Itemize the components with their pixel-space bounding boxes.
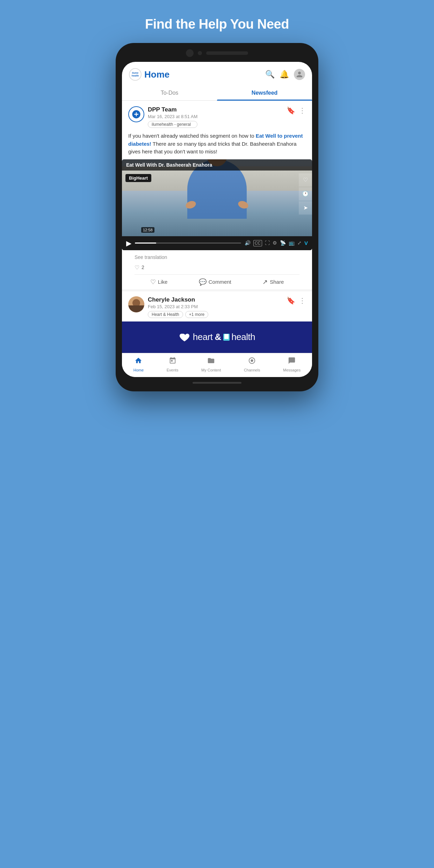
likes-count: 2 bbox=[142, 265, 144, 270]
video-title-bar: Eat Well With Dr. Basheerah Enahora bbox=[122, 159, 312, 171]
likes-heart-icon: ♡ bbox=[135, 264, 139, 271]
phone-speaker bbox=[206, 51, 248, 55]
page-headline: Find the Help You Need bbox=[137, 0, 297, 43]
heart-health-text-right: health bbox=[231, 332, 255, 342]
cast-icon[interactable]: 📡 bbox=[280, 240, 286, 246]
comment-label: Comment bbox=[209, 279, 231, 285]
video-ctrl-icons: 🔊 CC ⛶ ⚙ 📡 📺 ⤢ V bbox=[245, 240, 308, 246]
video-clock-btn[interactable]: 🕐 bbox=[299, 187, 312, 201]
post-1-tag: ilumehealth - general bbox=[148, 121, 197, 128]
play-button[interactable]: ▶ bbox=[126, 239, 131, 247]
my-content-icon bbox=[207, 357, 215, 367]
messages-icon bbox=[288, 357, 296, 367]
post-1-header: DPP Team Mar 16, 2023 at 8:51 AM ilumehe… bbox=[128, 106, 306, 128]
channels-icon bbox=[248, 357, 256, 367]
phone-camera bbox=[186, 49, 194, 57]
post-2-left: Cheryle Jackson Feb 15, 2023 at 2:33 PM … bbox=[128, 296, 208, 318]
post-1: DPP Team Mar 16, 2023 at 8:51 AM ilumehe… bbox=[122, 101, 312, 289]
more-options-button[interactable]: ⋮ bbox=[299, 106, 306, 115]
video-title-text: Eat Well With Dr. Basheerah Enahora bbox=[126, 162, 212, 168]
post-1-text: If you haven't already watched this segm… bbox=[128, 132, 306, 156]
post-1-meta: DPP Team Mar 16, 2023 at 8:51 AM ilumehe… bbox=[148, 106, 197, 128]
vimeo-icon: V bbox=[304, 240, 308, 246]
post-2-tag-more[interactable]: +1 more bbox=[185, 311, 208, 318]
phone-screen: ilumehealth Home 🔍 🔔 To-Dos Newsfeed bbox=[122, 62, 312, 377]
nav-events[interactable]: Events bbox=[167, 357, 179, 372]
volume-icon[interactable]: 🔊 bbox=[245, 240, 251, 246]
video-progress-bar[interactable] bbox=[135, 243, 241, 244]
likes-row: ♡ 2 bbox=[128, 262, 306, 274]
home-icon bbox=[135, 357, 142, 367]
bell-icon[interactable]: 🔔 bbox=[280, 70, 289, 79]
bookmark-button[interactable]: 🔖 bbox=[287, 106, 295, 115]
post-2-header: Cheryle Jackson Feb 15, 2023 at 2:33 PM … bbox=[128, 296, 306, 318]
comment-icon: 💬 bbox=[199, 278, 207, 286]
share-action[interactable]: ↗ Share bbox=[262, 278, 284, 286]
fullscreen-icon[interactable]: ⛶ bbox=[265, 240, 270, 246]
video-like-btn[interactable]: ♡ bbox=[299, 173, 312, 187]
tab-newsfeed[interactable]: Newsfeed bbox=[217, 86, 312, 100]
video-thumbnail bbox=[122, 159, 312, 236]
heart-health-text-left: heart bbox=[193, 332, 213, 342]
video-progress-fill bbox=[135, 243, 156, 244]
nav-messages[interactable]: Messages bbox=[283, 357, 301, 372]
heart-health-accent bbox=[223, 334, 230, 341]
post-2-meta: Cheryle Jackson Feb 15, 2023 at 2:33 PM … bbox=[148, 296, 208, 318]
post-2-tag-1: Heart & Health bbox=[148, 311, 183, 318]
nav-channels-label: Channels bbox=[244, 368, 260, 372]
phone-frame: ilumehealth Home 🔍 🔔 To-Dos Newsfeed bbox=[116, 43, 318, 391]
tabs-bar: To-Dos Newsfeed bbox=[122, 86, 312, 101]
tab-todos[interactable]: To-Dos bbox=[122, 86, 217, 100]
app-logo: ilumehealth bbox=[129, 68, 142, 81]
search-icon[interactable]: 🔍 bbox=[265, 70, 275, 79]
post-2-date: Feb 15, 2023 at 2:33 PM bbox=[148, 304, 208, 309]
nav-my-content-label: My Content bbox=[201, 368, 221, 372]
video-timestamp: 12:58 bbox=[141, 227, 154, 233]
post-2-author-name: Cheryle Jackson bbox=[148, 296, 195, 303]
settings-icon[interactable]: ⚙ bbox=[273, 240, 277, 246]
phone-bottom-bar bbox=[122, 382, 312, 384]
comment-action[interactable]: 💬 Comment bbox=[199, 278, 231, 286]
video-badge: BigHeart bbox=[125, 174, 151, 182]
video-side-actions: ♡ 🕐 ➤ bbox=[299, 173, 312, 215]
app-title: Home bbox=[144, 69, 169, 80]
header-left: ilumehealth Home bbox=[129, 68, 169, 81]
phone-notch bbox=[122, 49, 312, 57]
expand-icon[interactable]: ⤢ bbox=[297, 240, 302, 246]
user-avatar-icon[interactable] bbox=[294, 69, 305, 80]
post-1-author-name: DPP Team bbox=[148, 106, 197, 113]
post-2-tags: Heart & Health +1 more bbox=[148, 311, 208, 318]
post-2-more-options-button[interactable]: ⋮ bbox=[299, 296, 306, 305]
events-icon bbox=[169, 357, 176, 367]
video-player[interactable]: Eat Well With Dr. Basheerah Enahora ♡ 🕐 … bbox=[122, 159, 312, 250]
heart-health-ampersand: & bbox=[215, 332, 222, 342]
post-2-bookmark-button[interactable]: 🔖 bbox=[287, 296, 295, 305]
post-2: Cheryle Jackson Feb 15, 2023 at 2:33 PM … bbox=[122, 289, 312, 353]
cheryle-avatar bbox=[128, 296, 144, 312]
svg-rect-0 bbox=[224, 334, 229, 339]
nav-home-label: Home bbox=[133, 368, 144, 372]
share-label: Share bbox=[270, 279, 284, 285]
nav-channels[interactable]: Channels bbox=[244, 357, 260, 372]
post-text-prefix: If you haven't already watched this segm… bbox=[128, 133, 256, 139]
nav-events-label: Events bbox=[167, 368, 179, 372]
post-2-actions-right: 🔖 ⋮ bbox=[287, 296, 306, 305]
phone-home-indicator bbox=[193, 382, 241, 384]
caption-icon[interactable]: CC bbox=[253, 240, 262, 246]
header-icons: 🔍 🔔 bbox=[265, 69, 305, 80]
pip-icon[interactable]: 📺 bbox=[289, 240, 295, 246]
post-text-suffix: There are so many tips and tricks that D… bbox=[128, 141, 297, 155]
bottom-nav: Home Events My Content bbox=[122, 353, 312, 377]
like-label: Like bbox=[158, 279, 168, 285]
phone-sensor bbox=[198, 51, 202, 55]
video-send-btn[interactable]: ➤ bbox=[299, 201, 312, 215]
like-action[interactable]: ♡ Like bbox=[150, 278, 168, 286]
dpp-team-avatar bbox=[128, 106, 144, 122]
nav-my-content[interactable]: My Content bbox=[201, 357, 221, 372]
nav-home[interactable]: Home bbox=[133, 357, 144, 372]
see-translation-link[interactable]: See translation bbox=[128, 250, 306, 262]
app-header: ilumehealth Home 🔍 🔔 bbox=[122, 62, 312, 81]
post-1-actions-right: 🔖 ⋮ bbox=[287, 106, 306, 115]
heart-health-banner[interactable]: heart & health bbox=[122, 321, 312, 353]
share-icon: ↗ bbox=[262, 278, 268, 286]
